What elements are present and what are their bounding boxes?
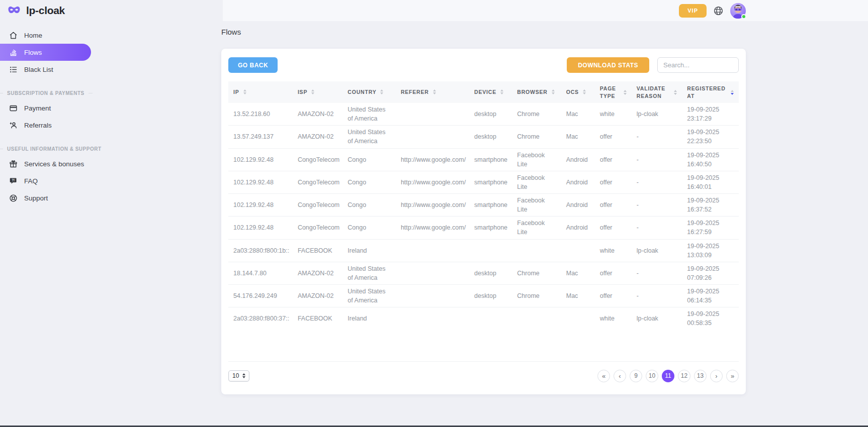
sort-icon[interactable] (624, 90, 627, 95)
cell-ocs: Android (561, 148, 595, 171)
cell-ocs: Mac (561, 103, 595, 126)
cell-registered_at: 19-09-2025 16:27:59 (682, 217, 739, 239)
column-header-device[interactable]: DEVICE (469, 81, 512, 103)
cell-isp: CongoTelecom (293, 217, 342, 239)
sort-icon[interactable] (500, 89, 503, 94)
cell-ocs: Android (561, 217, 595, 239)
sidebar-item-referrals[interactable]: Referrals (0, 117, 101, 134)
column-label: PAGE TYPE (600, 85, 620, 99)
cell-validate_reason: - (632, 262, 682, 284)
column-header-validate_reason[interactable]: VALIDATE REASON (632, 81, 682, 103)
cell-ip: 102.129.92.48 (228, 194, 293, 217)
cell-page_type: offer (595, 217, 632, 239)
cell-registered_at: 19-09-2025 13:03:09 (682, 239, 739, 262)
brand-logo[interactable]: lp-cloak (0, 0, 101, 21)
sidebar-item-support[interactable]: Support (0, 189, 101, 206)
go-back-button[interactable]: GO BACK (228, 57, 278, 73)
pagination-page-10[interactable]: 10 (646, 370, 658, 382)
cell-browser: Facebook Lite (512, 217, 561, 239)
pagination-page-11[interactable]: 11 (662, 370, 674, 382)
sidebar-item-services-bonuses[interactable]: Services & bonuses (0, 155, 101, 172)
cell-validate_reason: lp-cloak (632, 103, 682, 126)
svg-text:?!: ?! (12, 178, 15, 182)
column-header-registered_at[interactable]: REGISTERED AT (682, 81, 739, 103)
column-label: VALIDATE REASON (637, 85, 670, 99)
cell-validate_reason: lp-cloak (632, 239, 682, 262)
cell-validate_reason: - (632, 285, 682, 307)
sort-icon[interactable] (380, 89, 383, 94)
cell-device: smartphone (469, 217, 512, 239)
sort-icon[interactable] (552, 89, 555, 94)
page-size-select[interactable]: 10 (228, 370, 249, 382)
cell-referer (396, 307, 469, 330)
cell-isp: FACEBOOK (293, 307, 342, 330)
table-header-row: IPISPCOUNTRYREFERERDEVICEBROWSEROCSPAGE … (228, 81, 739, 103)
cell-country: Congo (342, 217, 396, 239)
column-header-referer[interactable]: REFERER (396, 81, 469, 103)
page-title: Flows (221, 28, 746, 36)
online-status-dot (741, 14, 746, 19)
sidebar: lp-cloak Home Flows (0, 0, 101, 427)
sidebar-item-label: Referrals (24, 122, 52, 129)
pagination-last-button[interactable]: » (726, 370, 739, 382)
referrals-icon (9, 121, 18, 130)
sidebar-item-label: Support (24, 194, 48, 202)
cell-referer: http://www.google.com/ (396, 148, 469, 171)
sidebar-item-payment[interactable]: Payment (0, 99, 101, 117)
sort-icon[interactable] (311, 89, 314, 94)
sidebar-item-black-list[interactable]: Black List (0, 61, 101, 78)
cell-browser (512, 239, 561, 262)
column-header-browser[interactable]: BROWSER (512, 81, 561, 103)
cell-browser: Facebook Lite (512, 194, 561, 217)
sidebar-item-label: Black List (24, 66, 53, 73)
sidebar-item-faq[interactable]: ?! FAQ (0, 172, 101, 189)
pagination-first-button[interactable]: « (597, 370, 610, 382)
cell-browser: Chrome (512, 103, 561, 126)
cell-registered_at: 19-09-2025 22:23:50 (682, 126, 739, 148)
table-row: 13.52.218.60AMAZON-02United States of Am… (228, 103, 739, 126)
pagination-page-13[interactable]: 13 (694, 370, 707, 382)
cell-registered_at: 19-09-2025 16:37:52 (682, 194, 739, 217)
cell-page_type: offer (595, 262, 632, 284)
avatar[interactable] (730, 3, 746, 19)
cell-country: Congo (342, 194, 396, 217)
language-globe-button[interactable] (713, 6, 724, 16)
mask-logo-icon (7, 5, 22, 17)
section-heading-subscription: SUBSCRIPTION & PAYMENTS (0, 90, 101, 96)
table-footer: 10 «‹910111213›» (228, 370, 739, 382)
pagination-page-9[interactable]: 9 (630, 370, 642, 382)
cell-browser: Chrome (512, 285, 561, 307)
search-input[interactable] (657, 57, 739, 73)
column-header-country[interactable]: COUNTRY (342, 81, 396, 103)
column-header-page_type[interactable]: PAGE TYPE (595, 81, 632, 103)
pagination-prev-button[interactable]: ‹ (614, 370, 626, 382)
sidebar-item-flows[interactable]: Flows (0, 44, 91, 61)
stepper-icon (242, 373, 245, 378)
black-list-icon (9, 65, 18, 74)
cell-validate_reason: lp-cloak (632, 307, 682, 330)
column-label: COUNTRY (348, 88, 376, 95)
sort-icon[interactable] (433, 89, 436, 94)
cell-registered_at: 19-09-2025 16:40:01 (682, 171, 739, 193)
column-label: REFERER (401, 88, 429, 95)
cell-ip: 102.129.92.48 (228, 148, 293, 171)
faq-icon: ?! (9, 176, 18, 185)
vip-button[interactable]: VIP (679, 4, 707, 18)
sort-icon[interactable] (243, 89, 246, 94)
cell-isp: AMAZON-02 (293, 103, 342, 126)
column-header-ocs[interactable]: OCS (561, 81, 595, 103)
cell-country: United States of America (342, 103, 396, 126)
download-stats-button[interactable]: DOWNLOAD STATS (567, 57, 649, 73)
pagination-next-button[interactable]: › (710, 370, 723, 382)
column-header-ip[interactable]: IP (228, 81, 293, 103)
table-row: 13.57.249.137AMAZON-02United States of A… (228, 126, 739, 148)
cell-ocs: Android (561, 171, 595, 193)
sidebar-item-label: Flows (24, 49, 42, 56)
sidebar-item-home[interactable]: Home (0, 27, 101, 44)
pagination-page-12[interactable]: 12 (678, 370, 690, 382)
sort-icon[interactable] (674, 90, 677, 95)
column-header-isp[interactable]: ISP (293, 81, 342, 103)
sort-icon[interactable] (583, 89, 586, 94)
cell-device: desktop (469, 126, 512, 148)
sort-icon[interactable] (731, 90, 734, 95)
